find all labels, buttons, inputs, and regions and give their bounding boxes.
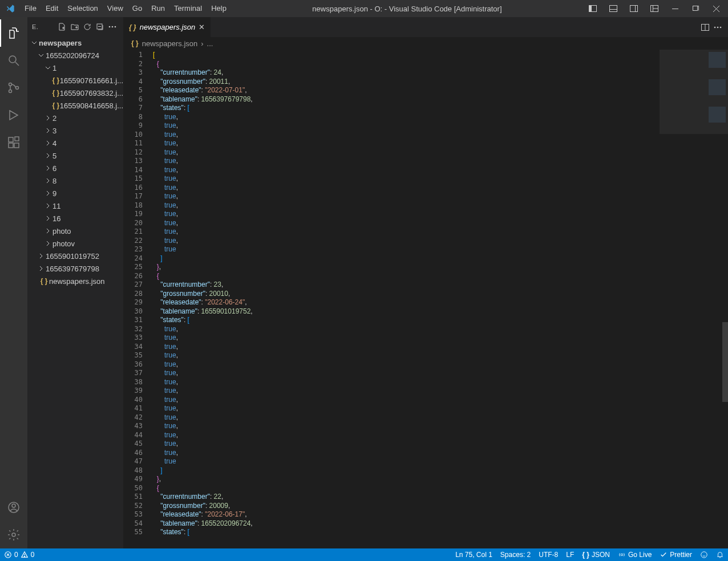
explorer-sidebar: E. newspapers16552020967241{ }1655907616… — [27, 17, 123, 548]
tree-label: 11 — [52, 202, 60, 210]
line-gutter: 1234567891011121314151617181920212223242… — [123, 50, 153, 548]
tree-item[interactable]: { }1655908416658.j... — [27, 99, 123, 112]
layout-right-icon[interactable] — [624, 0, 644, 17]
new-folder-icon[interactable] — [68, 21, 81, 33]
status-lang[interactable]: { }JSON — [578, 548, 614, 561]
chevron-icon — [43, 215, 52, 222]
status-bell-icon[interactable] — [712, 548, 728, 561]
more-icon[interactable] — [106, 21, 119, 33]
json-icon: { } — [39, 277, 49, 285]
tree-item[interactable]: 2 — [27, 112, 123, 124]
tree-label: 1655907616661.j... — [60, 76, 123, 85]
tree-item[interactable]: 16 — [27, 212, 123, 225]
svg-point-14 — [9, 56, 16, 63]
tree-label: 5 — [52, 152, 56, 160]
svg-line-15 — [15, 62, 19, 66]
accounts-icon[interactable] — [0, 494, 27, 521]
status-feedback-icon[interactable] — [696, 548, 712, 561]
explorer-icon[interactable] — [0, 19, 27, 47]
titlebar: FileEditSelectionViewGoRunTerminalHelp n… — [0, 0, 728, 17]
menu-terminal[interactable]: Terminal — [169, 0, 207, 17]
chevron-icon — [37, 265, 46, 272]
menu-selection[interactable]: Selection — [63, 0, 102, 17]
svg-point-41 — [621, 554, 623, 556]
tree-label: 2 — [52, 114, 56, 123]
status-errors[interactable]: 0 0 — [0, 548, 38, 561]
status-cursor[interactable]: Ln 75, Col 1 — [451, 548, 496, 561]
minimize-button[interactable] — [665, 0, 685, 17]
close-icon[interactable]: ✕ — [199, 23, 205, 31]
layout-left-icon[interactable] — [583, 0, 602, 17]
layout-bottom-icon[interactable] — [604, 0, 623, 17]
tree-item[interactable]: 3 — [27, 124, 123, 137]
tree-item[interactable]: { }1655907693832.j... — [27, 87, 123, 99]
menu-edit[interactable]: Edit — [41, 0, 63, 17]
close-button[interactable] — [706, 0, 726, 17]
chevron-icon — [43, 165, 52, 172]
tree-item[interactable]: 9 — [27, 187, 123, 200]
breadcrumb-file: newspapers.json — [142, 39, 198, 48]
status-prettier[interactable]: Prettier — [656, 548, 696, 561]
tree-label: 1 — [52, 64, 56, 72]
scrollbar[interactable] — [722, 50, 728, 548]
tree-item[interactable]: 8 — [27, 174, 123, 187]
code-content[interactable]: [ { "currentnumber": 24, "grossnumber": … — [153, 50, 728, 548]
tree-item[interactable]: 5 — [27, 149, 123, 162]
source-control-icon[interactable] — [0, 74, 27, 101]
tree-item[interactable]: 11 — [27, 200, 123, 212]
menu-view[interactable]: View — [103, 0, 128, 17]
status-eol[interactable]: LF — [562, 548, 578, 561]
menu-file[interactable]: File — [20, 0, 41, 17]
minimap[interactable] — [660, 50, 728, 548]
maximize-button[interactable] — [686, 0, 705, 17]
tree-item[interactable]: { }newspapers.json — [27, 275, 123, 287]
svg-rect-2 — [589, 6, 592, 12]
title-controls — [583, 0, 728, 17]
chevron-icon — [43, 152, 52, 159]
tree-item[interactable]: photo — [27, 225, 123, 237]
customize-layout-icon[interactable] — [645, 0, 664, 17]
more-actions-icon[interactable] — [713, 23, 722, 32]
status-spaces[interactable]: Spaces: 2 — [496, 548, 535, 561]
tree-label: newspapers — [39, 39, 82, 47]
status-encoding[interactable]: UTF-8 — [535, 548, 562, 561]
breadcrumbs[interactable]: { } newspapers.json › ... — [123, 37, 728, 50]
tree-item[interactable]: 6 — [27, 162, 123, 174]
status-golive[interactable]: Go Live — [614, 548, 656, 561]
tree-item[interactable]: 1655901019752 — [27, 250, 123, 262]
activity-bar — [0, 17, 27, 548]
tree-item[interactable]: 1655202096724 — [27, 49, 123, 62]
refresh-icon[interactable] — [81, 21, 94, 33]
collapse-all-icon[interactable] — [94, 21, 106, 33]
tree-label: photo — [52, 227, 71, 235]
settings-gear-icon[interactable] — [0, 521, 27, 548]
tree-item[interactable]: newspapers — [27, 36, 123, 49]
split-editor-icon[interactable] — [701, 23, 710, 32]
window-title: newspapers.json - O: - Visual Studio Cod… — [231, 5, 583, 13]
tree-item[interactable]: 1656397679798 — [27, 262, 123, 275]
tree-item[interactable]: { }1655907616661.j... — [27, 74, 123, 87]
explorer-header: E. — [27, 17, 123, 36]
menu-help[interactable]: Help — [207, 0, 231, 17]
tree-item[interactable]: 4 — [27, 137, 123, 149]
menu-run[interactable]: Run — [147, 0, 169, 17]
tree-label: 1655907693832.j... — [60, 89, 123, 97]
svg-rect-20 — [9, 143, 13, 148]
tree-label: 1656397679798 — [46, 265, 99, 273]
breadcrumb-sep: › — [201, 39, 203, 48]
svg-point-24 — [12, 504, 15, 507]
new-file-icon[interactable] — [56, 21, 68, 33]
tree-item[interactable]: photov — [27, 237, 123, 250]
file-tree: newspapers16552020967241{ }1655907616661… — [27, 36, 123, 548]
scrollbar-thumb[interactable] — [722, 322, 728, 402]
run-debug-icon[interactable] — [0, 101, 27, 129]
editor-body[interactable]: 1234567891011121314151617181920212223242… — [123, 50, 728, 548]
menu-go[interactable]: Go — [128, 0, 147, 17]
tab-newspapers-json[interactable]: { } newspapers.json ✕ — [123, 17, 211, 37]
extensions-icon[interactable] — [0, 129, 27, 156]
search-icon[interactable] — [0, 47, 27, 74]
editor-tabs: { } newspapers.json ✕ — [123, 17, 728, 37]
svg-point-33 — [714, 26, 716, 28]
tree-item[interactable]: 1 — [27, 62, 123, 74]
editor-area: { } newspapers.json ✕ { } newspapers.jso… — [123, 17, 728, 548]
